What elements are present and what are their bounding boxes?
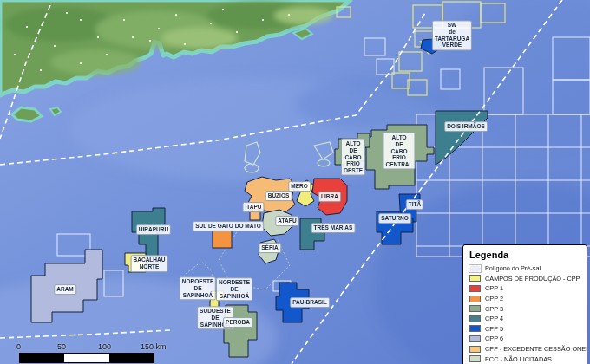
scale-tick: 0 <box>16 342 21 351</box>
scale-bar: 0 50 100 150 km <box>0 341 191 364</box>
legend-label: ECC - NÃO LICITADAS <box>485 355 552 363</box>
legend-item-cpp2: CPP 2 <box>469 294 587 304</box>
map-label-pau-brasil: PAU-BRASIL <box>290 297 330 308</box>
legend-swatch-cpp4 <box>469 315 481 322</box>
legend-item-presal: Polígono do Pré-sal <box>469 263 587 274</box>
legend-item-cpp_excedente: CPP - EXCEDENTE CESSÃO ONEROSA <box>469 344 587 354</box>
map-label-mero: MERO <box>288 181 311 192</box>
block-sul-de-gato-do-mato[interactable] <box>213 231 232 248</box>
map-label-bacalhau-norte: BACALHAUNORTE <box>131 255 168 272</box>
scale-tick: 150 km <box>141 342 167 351</box>
legend-item-cpp1: CPP 1 <box>469 283 587 294</box>
legend-item-cpp6: CPP 6 <box>469 334 587 344</box>
map-label-peroba: PEROBA <box>223 317 252 328</box>
map-label-atapu: ATAPU <box>275 216 298 226</box>
legend-swatch-cpp1 <box>469 285 481 292</box>
scale-bar-rule <box>19 353 154 363</box>
legend-swatch-cpp5 <box>469 325 481 332</box>
legend-item-cpp3: CPP 3 <box>469 303 587 314</box>
map-label-tres-marias: TRÊS MARIAS <box>311 223 356 233</box>
map-label-sepia: SÉPIA <box>259 243 281 253</box>
legend-label: CPP 3 <box>485 305 503 313</box>
legend-label: CPP 2 <box>485 295 503 302</box>
legend-item-cpp_campos: CAMPOS DE PRODUÇÃO - CPP <box>469 274 587 284</box>
legend-swatch-cpp_excedente <box>469 346 481 353</box>
map-label-alto-cabo-frio-central: ALTODECABOFRIOCENTRAL <box>383 133 415 170</box>
legend-swatch-cpp2 <box>469 296 481 302</box>
scale-tick: 100 <box>98 342 111 351</box>
legend-swatch-presal <box>469 265 481 272</box>
legend-swatch-cpp3 <box>469 305 481 312</box>
map-label-dois-irmaos: DOIS IRMÃOS <box>444 121 488 132</box>
map-label-saturno: SATURNO <box>378 213 411 224</box>
legend-label: Polígono do Pré-sal <box>485 264 541 272</box>
map-label-sw-tartaruga-verde: SWdeTARTARUGAVERDE <box>432 20 472 50</box>
legend-item-ecc: ECC - NÃO LICITADAS <box>469 354 587 364</box>
legend-label: CPP 4 <box>485 315 503 322</box>
scale-tick: 50 <box>57 342 66 351</box>
legend-label: CPP 5 <box>485 325 503 333</box>
map-label-buzios: BÚZIOS <box>266 191 292 201</box>
presal-map: SWdeTARTARUGAVERDEDOIS IRMÃOSALTODECABOF… <box>0 0 590 364</box>
legend-title: Legenda <box>469 250 587 260</box>
legend-label: CPP - EXCEDENTE CESSÃO ONEROSA <box>485 345 587 353</box>
map-label-itapu: ITAPU <box>242 202 264 212</box>
map-label-tita: TITÃ <box>406 199 423 210</box>
map-label-aram: ARAM <box>54 284 76 295</box>
legend-item-cpp4: CPP 4 <box>469 314 587 324</box>
legend-label: CAMPOS DE PRODUÇÃO - CPP <box>485 275 580 283</box>
legend-swatch-cpp6 <box>469 335 481 342</box>
map-label-sul-de-gato-do-mato: SUL DE GATO DO MATO <box>193 221 264 231</box>
map-label-alto-cabo-frio-oeste: ALTODECABOFRIOOESTE <box>341 139 365 176</box>
legend-label: CPP 6 <box>485 335 503 342</box>
map-label-libra: LIBRA <box>318 192 341 202</box>
map-label-nordeste-de-sapinhoa: NORDESTEDESAPINHOÁ <box>216 277 252 301</box>
map-label-uirapuru: UIRAPURU <box>136 224 171 235</box>
legend-item-cpp5: CPP 5 <box>469 324 587 335</box>
legend-swatch-ecc <box>469 355 481 362</box>
legend: Legenda Polígono do Pré-salCAMPOS DE PRO… <box>462 244 587 364</box>
legend-label: CPP 1 <box>485 284 503 292</box>
legend-swatch-cpp_campos <box>469 275 481 282</box>
map-label-noroeste-de-sapinhoa: NOROESTEDESAPINHOÁ <box>180 276 216 300</box>
